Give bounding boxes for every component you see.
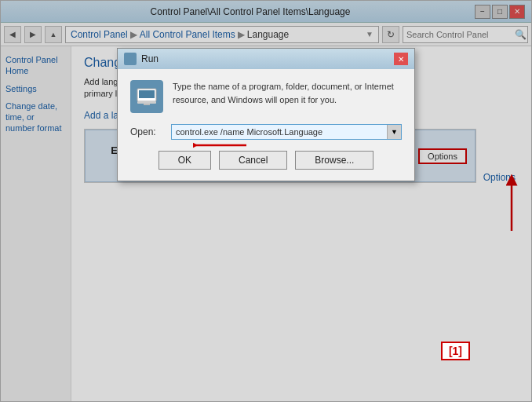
dialog-body: Type the name of a program, folder, docu… [118, 69, 414, 181]
run-dialog: Run ✕ Type the name of a program, folder… [117, 48, 415, 181]
dialog-button-row: OK Cancel Browse... [130, 151, 402, 170]
main-window: Control Panel\All Control Panel Items\La… [0, 0, 532, 402]
dialog-title-bar: Run ✕ [118, 49, 414, 69]
open-dropdown-button[interactable]: ▼ [387, 125, 401, 139]
svg-rect-4 [137, 101, 156, 104]
dialog-top-row: Type the name of a program, folder, docu… [130, 80, 402, 113]
open-row: Open: ▼ [130, 124, 402, 140]
input-arrow [193, 133, 248, 157]
annotation-label: [1] [441, 342, 470, 360]
run-svg-icon [136, 86, 158, 108]
open-label: Open: [130, 126, 166, 137]
svg-rect-5 [144, 104, 150, 105]
annotation-container: [1] [441, 342, 470, 360]
dialog-description: Type the name of a program, folder, docu… [173, 80, 402, 113]
dialog-title: Run [141, 53, 394, 64]
run-dialog-icon [124, 53, 137, 65]
run-dialog-overlay: Run ✕ Type the name of a program, folder… [1, 1, 531, 401]
run-icon [130, 80, 163, 113]
svg-rect-3 [139, 90, 155, 98]
browse-button[interactable]: Browse... [295, 151, 373, 170]
dialog-close-button[interactable]: ✕ [394, 53, 408, 65]
